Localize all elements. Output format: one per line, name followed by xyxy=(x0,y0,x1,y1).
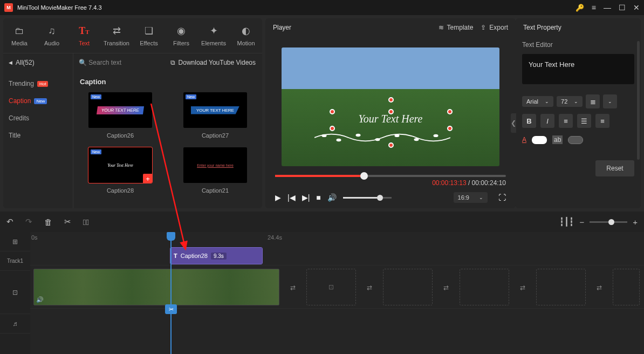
highlight-color-swatch[interactable] xyxy=(568,136,583,144)
playhead-split-icon[interactable]: ✂ xyxy=(165,304,177,314)
text-track[interactable]: TCaption289.3s xyxy=(30,246,644,266)
transition-slot-1[interactable]: ⇄ xyxy=(285,281,301,295)
transition-slot-4[interactable]: ⇄ xyxy=(515,281,531,295)
player-title: Player xyxy=(273,24,291,31)
text-content-input[interactable]: Your Text Here xyxy=(522,54,634,84)
timeline-panel: ↶ ↷ 🗑 ✂ ✂⃞ ┇┃┇ − + ⊞ Track1 ⊡ ♬ 0s 24.4s… xyxy=(0,212,644,354)
fullscreen-button[interactable]: ⛶ xyxy=(498,193,506,202)
volume-icon[interactable]: 🔊 xyxy=(327,193,337,202)
download-youtube-button[interactable]: ⧉Download YouTube Videos xyxy=(164,59,262,66)
video-track[interactable]: ⇄ ⊡ ⇄ ⇄ ⇄ ⇄ xyxy=(30,266,644,309)
empty-slot-3[interactable] xyxy=(460,269,509,305)
transition-slot-5[interactable]: ⇄ xyxy=(591,281,607,295)
track-header-text[interactable]: Track1 xyxy=(0,251,30,271)
font-size-select[interactable]: 72⌄ xyxy=(557,96,583,107)
align-center-button[interactable]: ☰ xyxy=(577,114,591,128)
font-family-select[interactable]: Arial⌄ xyxy=(522,96,553,107)
delete-button[interactable]: 🗑 xyxy=(44,217,52,227)
playhead[interactable] xyxy=(170,232,172,354)
zoom-slider[interactable] xyxy=(590,221,627,223)
prev-frame-button[interactable]: |◀ xyxy=(287,193,296,202)
reset-button[interactable]: Reset xyxy=(595,160,634,176)
transition-slot-2[interactable]: ⇄ xyxy=(361,281,378,295)
empty-slot-5[interactable] xyxy=(613,269,640,305)
playhead-handle[interactable] xyxy=(167,232,175,241)
tab-transition[interactable]: ⇄Transition xyxy=(100,25,133,46)
svg-point-3 xyxy=(375,138,380,141)
library-grid: Caption NewYOUR TEXT HERE Caption26 NewY… xyxy=(73,71,262,208)
text-editor-label: Text Editor xyxy=(522,41,634,49)
fit-button[interactable]: ┇┃┇ xyxy=(559,217,574,227)
toolbar-tabs: 🗀Media ♫Audio TTText ⇄Transition ❏Effect… xyxy=(3,18,262,53)
titlebar: M MiniTool MovieMaker Free 7.4.3 🔑 ≡ — ☐… xyxy=(0,0,644,15)
section-title: Caption xyxy=(80,78,256,86)
sidebar-item-title[interactable]: Title xyxy=(9,132,67,139)
align-right-button[interactable]: ≡ xyxy=(595,114,609,128)
tab-text[interactable]: TTText xyxy=(68,25,100,46)
template-button[interactable]: ≋ Template xyxy=(439,24,474,31)
search-input[interactable]: 🔍 Search text xyxy=(73,59,164,66)
sidebar-item-trending[interactable]: TrendingHot xyxy=(9,80,67,87)
redo-button[interactable]: ↷ xyxy=(25,217,32,227)
tab-motion[interactable]: ◐Motion xyxy=(230,25,262,46)
overlay-text[interactable]: Your Text Here xyxy=(282,113,499,125)
tab-effects[interactable]: ❏Effects xyxy=(133,25,165,46)
bold-button[interactable]: B xyxy=(522,114,536,128)
zoom-in-button[interactable]: + xyxy=(633,217,638,227)
empty-slot-1[interactable]: ⊡ xyxy=(306,269,356,305)
timeline-lanes[interactable]: 0s 24.4s TCaption289.3s ⇄ ⊡ ⇄ ⇄ ⇄ ⇄ xyxy=(30,232,644,354)
caption-thumb-27[interactable]: NewYOUR TEXT HERE Caption27 xyxy=(175,92,256,139)
track-header-audio[interactable]: ♬ xyxy=(0,314,30,333)
sidebar-item-caption[interactable]: CaptionNew xyxy=(9,97,67,105)
transition-slot-3[interactable]: ⇄ xyxy=(438,281,454,295)
add-caption-button[interactable]: + xyxy=(143,174,152,183)
properties-scrollbar[interactable] xyxy=(637,41,640,160)
track-header-video[interactable]: ⊡ xyxy=(0,271,30,314)
crop-button[interactable]: ✂⃞ xyxy=(83,217,89,227)
caption-thumb-21[interactable]: Enter your name here Caption21 xyxy=(175,147,256,194)
export-button[interactable]: ⇪ Export xyxy=(481,24,508,31)
text-color-swatch[interactable] xyxy=(532,136,547,144)
track-headers: ⊞ Track1 ⊡ ♬ xyxy=(0,232,30,354)
video-clip-main[interactable] xyxy=(33,269,279,305)
highlight-color-label: ab xyxy=(552,135,563,144)
maximize-button[interactable]: ☐ xyxy=(619,4,626,11)
play-button[interactable]: ▶ xyxy=(275,193,281,202)
minimize-button[interactable]: — xyxy=(604,4,611,11)
caption-thumb-26[interactable]: NewYOUR TEXT HERE Caption26 xyxy=(80,92,161,139)
italic-button[interactable]: I xyxy=(540,114,554,128)
properties-title: Text Property xyxy=(516,18,641,37)
library-subbar: ◀All(52) 🔍 Search text ⧉Download YouTube… xyxy=(3,53,262,71)
text-clip-caption28[interactable]: TCaption289.3s xyxy=(170,248,262,264)
more-options-button[interactable]: ⌄ xyxy=(603,94,617,108)
align-left-button[interactable]: ≡ xyxy=(559,114,573,128)
undo-button[interactable]: ↶ xyxy=(6,217,13,227)
text-properties-panel: Text Property Text Editor Your Text Here… xyxy=(516,18,641,208)
timeline-ruler[interactable]: 0s 24.4s xyxy=(30,232,644,246)
next-frame-button[interactable]: ▶| xyxy=(302,193,310,202)
menu-icon[interactable]: ≡ xyxy=(592,4,596,11)
app-title: MiniTool MovieMaker Free 7.4.3 xyxy=(17,4,571,11)
volume-slider[interactable] xyxy=(343,197,392,199)
svg-point-4 xyxy=(394,134,399,137)
tab-elements[interactable]: ✦Elements xyxy=(197,25,230,46)
tab-audio[interactable]: ♫Audio xyxy=(36,25,68,46)
caption-thumb-28[interactable]: NewYour Text Here+ Caption28 xyxy=(80,147,161,194)
library-sidebar: TrendingHot CaptionNew Credits Title xyxy=(3,71,73,208)
close-button[interactable]: ✕ xyxy=(633,4,640,11)
aspect-ratio-select[interactable]: 16:9⌄ xyxy=(454,192,488,203)
line-spacing-button[interactable]: ≣ xyxy=(586,94,600,108)
empty-slot-2[interactable] xyxy=(383,269,433,305)
zoom-out-button[interactable]: − xyxy=(579,217,584,227)
tab-media[interactable]: 🗀Media xyxy=(3,25,36,46)
sidebar-item-credits[interactable]: Credits xyxy=(9,114,67,122)
category-all[interactable]: ◀All(52) xyxy=(3,53,73,71)
empty-slot-4[interactable] xyxy=(536,269,586,305)
stop-button[interactable]: ■ xyxy=(316,193,320,202)
playback-progress[interactable] xyxy=(275,175,506,177)
add-track-button[interactable]: ⊞ xyxy=(0,232,30,251)
video-preview[interactable]: Your Text Here xyxy=(282,47,499,166)
activate-icon[interactable]: 🔑 xyxy=(576,4,584,12)
split-button[interactable]: ✂ xyxy=(64,217,71,227)
tab-filters[interactable]: ◉Filters xyxy=(165,25,197,46)
